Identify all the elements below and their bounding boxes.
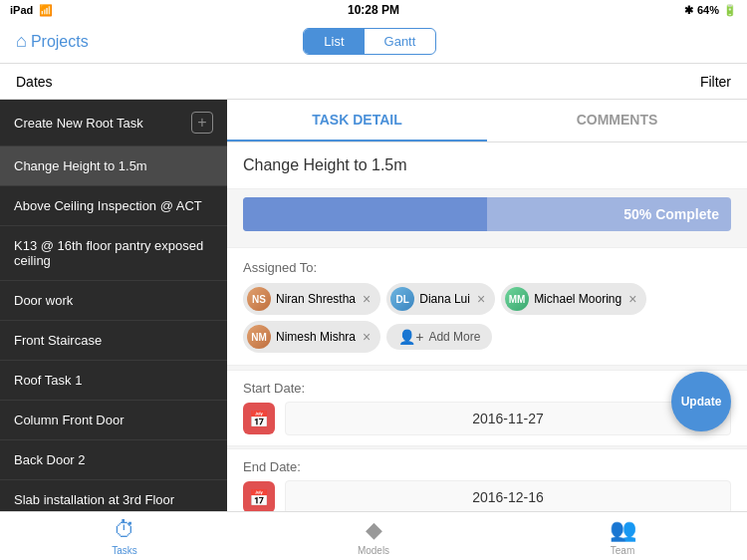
back-to-projects[interactable]: ⌂ Projects	[16, 31, 89, 52]
assignee-name-diana: Diana Lui	[419, 292, 470, 306]
plus-icon: +	[191, 112, 213, 134]
add-more-label: Add More	[428, 330, 480, 344]
remove-diana-button[interactable]: ×	[477, 291, 485, 307]
avatar-nimesh: NM	[247, 325, 271, 349]
sidebar: Create New Root Task + Change Height to …	[0, 100, 227, 511]
sidebar-item-above-ceiling[interactable]: Above Ceiling Inspection @ ACT	[0, 186, 227, 226]
ipad-label: iPad	[10, 4, 33, 16]
status-bar-right: ✱ 64% 🔋	[684, 4, 737, 17]
avatar-michael: MM	[505, 287, 529, 311]
end-date-calendar-icon[interactable]: 📅	[243, 481, 275, 513]
front-staircase-label: Front Staircase	[14, 333, 102, 348]
above-ceiling-label: Above Ceiling Inspection @ ACT	[14, 198, 202, 213]
back-door-2-label: Back Door 2	[14, 452, 86, 467]
sidebar-item-change-height[interactable]: Change Height to 1.5m	[0, 146, 227, 186]
progress-fill	[243, 197, 487, 231]
assignee-chip-diana: DL Diana Lui ×	[386, 283, 495, 315]
remove-michael-button[interactable]: ×	[628, 291, 636, 307]
add-person-icon: 👤+	[398, 329, 423, 345]
create-root-task-label: Create New Root Task	[14, 116, 143, 131]
sidebar-item-create-root-task[interactable]: Create New Root Task +	[0, 100, 227, 146]
add-more-button[interactable]: 👤+ Add More	[386, 324, 492, 350]
sidebar-item-k13-ceiling[interactable]: K13 @ 16th floor pantry exposed ceiling	[0, 226, 227, 281]
tasks-icon: ⏱	[114, 517, 135, 543]
start-date-row: 📅 2016-11-27	[243, 402, 731, 435]
update-button[interactable]: Update	[671, 372, 731, 431]
assignee-name-michael: Michael Mooring	[534, 292, 622, 306]
team-tab-label: Team	[611, 545, 634, 556]
start-date-value[interactable]: 2016-11-27	[285, 402, 731, 435]
k13-ceiling-label: K13 @ 16th floor pantry exposed ceiling	[14, 238, 213, 268]
status-bar-left: iPad 📶	[10, 4, 53, 17]
main-layout: Create New Root Task + Change Height to …	[0, 100, 747, 511]
column-front-door-label: Column Front Door	[14, 413, 124, 427]
assignees-row: NS Niran Shrestha × DL Diana Lui ×	[243, 283, 731, 353]
assignee-name-nimesh: Nimesh Mishra	[276, 330, 356, 344]
tab-bar-models[interactable]: ◆ Models	[249, 512, 498, 560]
dates-label[interactable]: Dates	[16, 74, 53, 90]
back-projects-label: Projects	[31, 33, 89, 51]
nav-bar: ⌂ Projects List Gantt	[0, 20, 747, 64]
assignee-chip-michael: MM Michael Mooring ×	[501, 283, 646, 315]
battery-icon: 🔋	[723, 4, 737, 17]
team-icon: 👥	[610, 517, 636, 543]
avatar-niran: NS	[247, 287, 271, 311]
sidebar-item-column-front-door[interactable]: Column Front Door	[0, 401, 227, 440]
wifi-icon: 📶	[39, 4, 53, 17]
end-date-row: 📅 2016-12-16	[243, 480, 731, 514]
progress-bar: 50% Complete	[243, 197, 731, 231]
sidebar-item-slab-installation[interactable]: Slab installation at 3rd Floor	[0, 480, 227, 511]
tab-task-detail[interactable]: TASK DETAIL	[227, 100, 487, 141]
roof-task-1-label: Roof Task 1	[14, 373, 82, 388]
battery-label: 64%	[697, 4, 719, 16]
tab-comments[interactable]: COMMENTS	[487, 100, 747, 141]
start-date-section: Start Date: 📅 2016-11-27	[227, 370, 747, 446]
sidebar-item-back-door-2[interactable]: Back Door 2	[0, 440, 227, 480]
assignee-chip-niran: NS Niran Shrestha ×	[243, 283, 380, 315]
sidebar-item-front-staircase[interactable]: Front Staircase	[0, 321, 227, 361]
sidebar-item-door-work[interactable]: Door work	[0, 281, 227, 321]
assignee-name-niran: Niran Shrestha	[276, 292, 356, 306]
status-bar: iPad 📶 10:28 PM ✱ 64% 🔋	[0, 0, 747, 20]
list-gantt-segment: List Gantt	[303, 28, 436, 55]
progress-label: 50% Complete	[623, 206, 719, 222]
slab-installation-label: Slab installation at 3rd Floor	[14, 492, 174, 507]
change-height-label: Change Height to 1.5m	[14, 158, 147, 173]
task-title: Change Height to 1.5m	[227, 142, 747, 189]
status-bar-time: 10:28 PM	[348, 3, 399, 17]
assignee-chip-nimesh: NM Nimesh Mishra ×	[243, 321, 380, 353]
end-date-label: End Date:	[243, 459, 731, 474]
toolbar: Dates Filter	[0, 64, 747, 100]
sidebar-item-roof-task-1[interactable]: Roof Task 1	[0, 361, 227, 401]
models-tab-label: Models	[358, 545, 389, 556]
tab-bar-tasks[interactable]: ⏱ Tasks	[0, 512, 249, 560]
tasks-tab-label: Tasks	[112, 545, 137, 556]
assignees-section: Assigned To: NS Niran Shrestha × DL	[227, 247, 747, 366]
door-work-label: Door work	[14, 293, 73, 308]
assigned-to-label: Assigned To:	[243, 260, 731, 275]
content-wrapper: TASK DETAIL COMMENTS Change Height to 1.…	[227, 100, 747, 511]
progress-section: 50% Complete	[227, 197, 747, 243]
gantt-tab-button[interactable]: Gantt	[365, 29, 436, 54]
remove-nimesh-button[interactable]: ×	[363, 329, 371, 345]
start-date-label: Start Date:	[243, 381, 731, 396]
content-tabs: TASK DETAIL COMMENTS	[227, 100, 747, 142]
models-icon: ◆	[366, 517, 382, 543]
tab-bar-team[interactable]: 👥 Team	[498, 512, 747, 560]
bluetooth-icon: ✱	[684, 4, 693, 17]
tab-bar: ⏱ Tasks ◆ Models 👥 Team	[0, 511, 747, 560]
end-date-value[interactable]: 2016-12-16	[285, 480, 731, 514]
list-tab-button[interactable]: List	[304, 29, 364, 54]
filter-button[interactable]: Filter	[700, 74, 731, 90]
home-icon: ⌂	[16, 31, 27, 52]
start-date-calendar-icon[interactable]: 📅	[243, 403, 275, 434]
avatar-diana: DL	[390, 287, 414, 311]
task-detail-panel: Change Height to 1.5m 50% Complete Assig…	[227, 142, 747, 560]
remove-niran-button[interactable]: ×	[363, 291, 371, 307]
content-area: TASK DETAIL COMMENTS Change Height to 1.…	[227, 100, 747, 560]
